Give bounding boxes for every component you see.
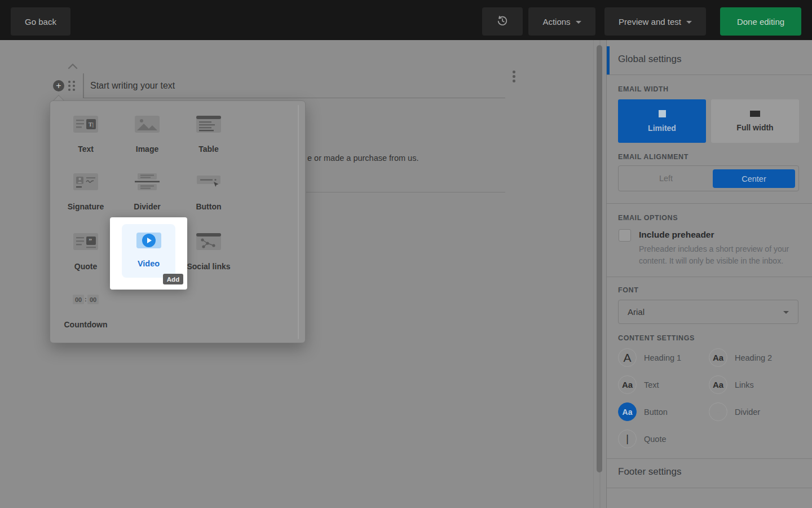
font-value: Arial [628, 307, 783, 317]
block-item-label: Countdown [64, 320, 108, 329]
add-block-button[interactable]: + [53, 80, 64, 91]
text-style-icon: Aa [618, 375, 637, 394]
add-tooltip: Add [163, 274, 183, 284]
move-block-up-button[interactable] [65, 62, 81, 72]
block-item-label: Signature [68, 202, 104, 211]
limited-label: Limited [648, 124, 676, 133]
align-left-option[interactable]: Left [619, 166, 713, 191]
history-button[interactable] [482, 7, 523, 36]
active-section-indicator [607, 46, 610, 75]
quote-style-icon: | [618, 430, 637, 448]
block-item-signature[interactable]: Signature [56, 172, 115, 211]
go-back-label: Go back [25, 17, 56, 27]
footer-block-bottom-border [306, 192, 505, 192]
done-editing-label: Done editing [737, 17, 784, 27]
countdown-block-icon: 00 : 00 [72, 290, 99, 309]
content-setting-heading1[interactable]: A Heading 1 [618, 348, 681, 367]
drag-handle[interactable] [68, 80, 75, 90]
block-item-label: Table [198, 144, 219, 154]
go-back-button[interactable]: Go back [11, 7, 70, 36]
done-editing-button[interactable]: Done editing [720, 7, 801, 36]
block-item-label: Image [136, 144, 158, 154]
block-item-label: Button [196, 202, 221, 211]
block-item-table[interactable]: Table [179, 115, 238, 154]
canvas-scrollbar-thumb[interactable] [597, 45, 602, 472]
table-block-icon [195, 115, 222, 134]
plus-icon: + [56, 81, 61, 90]
video-block-icon [136, 233, 161, 248]
svg-text:”: ” [89, 237, 92, 245]
content-setting-button[interactable]: Aa Button [618, 402, 668, 421]
actions-button[interactable]: Actions [528, 7, 595, 36]
content-setting-links[interactable]: Aa Links [709, 375, 754, 394]
chevron-down-icon [576, 21, 581, 24]
canvas-right-gutter [593, 40, 594, 508]
svg-text:T|: T| [89, 121, 94, 128]
include-preheader-checkbox[interactable] [619, 229, 631, 242]
block-item-countdown[interactable]: 00 : 00 Countdown [56, 290, 115, 329]
chevron-up-icon [65, 62, 81, 70]
email-editor-screen: Go back Actions Preview and test Done ed… [0, 0, 812, 508]
limited-width-icon [659, 110, 666, 117]
include-preheader-description: Preheader includes a short preview of yo… [639, 243, 790, 267]
block-item-label: Text [78, 144, 94, 154]
global-settings-header[interactable]: Global settings [618, 54, 681, 65]
align-center-option[interactable]: Center [713, 169, 795, 188]
block-options-kebab-button[interactable] [513, 71, 516, 84]
block-item-image[interactable]: Image [118, 115, 176, 154]
block-item-text[interactable]: T| Text [56, 115, 115, 154]
button-style-icon: Aa [618, 402, 637, 421]
svg-text:00: 00 [75, 296, 82, 303]
email-width-full-button[interactable]: Full width [711, 99, 799, 143]
svg-text:00: 00 [90, 296, 96, 303]
email-options-label: EMAIL OPTIONS [618, 214, 678, 222]
quote-block-icon: ” [72, 232, 99, 251]
block-item-button[interactable]: Button [179, 172, 238, 211]
signature-block-icon [72, 172, 99, 191]
block-item-label: Divider [134, 202, 160, 211]
content-setting-text[interactable]: Aa Text [618, 375, 659, 394]
divider-block-icon [134, 172, 161, 191]
content-setting-heading2[interactable]: Aa Heading 2 [709, 348, 772, 367]
top-toolbar: Go back Actions Preview and test Done ed… [0, 0, 812, 40]
full-width-label: Full width [736, 123, 773, 132]
text-block-placeholder[interactable]: Start writing your text [90, 81, 175, 91]
email-footer-text-fragment: e or made a purchase from us. [307, 154, 418, 163]
preview-and-test-button[interactable]: Preview and test [604, 7, 706, 36]
social-links-block-icon [195, 232, 222, 251]
block-item-label: Video [138, 259, 160, 268]
block-item-label: Quote [74, 262, 97, 271]
button-block-icon [195, 172, 222, 191]
chevron-down-icon [686, 21, 692, 24]
content-setting-quote[interactable]: | Quote [618, 430, 667, 448]
block-item-quote[interactable]: ” Quote [56, 232, 115, 271]
chevron-down-icon [783, 311, 789, 314]
play-icon [147, 238, 152, 243]
block-item-label: Social links [187, 262, 230, 271]
image-block-icon [134, 115, 161, 134]
block-selection-left-border [83, 73, 84, 98]
font-dropdown[interactable]: Arial [618, 300, 798, 324]
footer-settings-header[interactable]: Footer settings [618, 466, 681, 478]
actions-label: Actions [542, 17, 570, 27]
preview-and-test-label: Preview and test [619, 17, 681, 27]
video-tile: Video [122, 224, 175, 278]
heading2-icon: Aa [709, 348, 727, 367]
font-label: FONT [618, 286, 638, 294]
include-preheader-title[interactable]: Include preheader [639, 230, 714, 240]
divider-style-icon: - [709, 402, 727, 421]
block-selection-bottom-border [83, 98, 505, 98]
history-icon [496, 14, 509, 29]
content-setting-divider[interactable]: - Divider [709, 402, 760, 421]
block-item-social-links[interactable]: Social links [179, 232, 238, 271]
content-settings-label: CONTENT SETTINGS [618, 334, 695, 342]
email-alignment-control: Left Center [618, 165, 799, 191]
svg-text::: : [85, 296, 87, 303]
block-item-divider[interactable]: Divider [118, 172, 176, 211]
email-width-label: EMAIL WIDTH [618, 85, 669, 93]
popup-scrollbar[interactable] [298, 105, 299, 339]
email-width-limited-button[interactable]: Limited [618, 99, 706, 143]
full-width-icon [750, 111, 760, 117]
text-block-icon: T| [72, 115, 99, 134]
heading1-icon: A [618, 348, 637, 367]
